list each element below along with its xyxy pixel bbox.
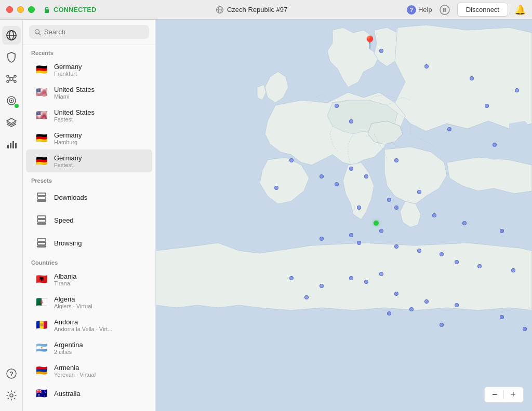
country-australia[interactable]: 🇦🇺 Australia [26,382,152,405]
preset-speed[interactable]: Speed [26,209,152,231]
svg-point-4 [440,5,449,15]
svg-rect-6 [445,8,446,12]
search-icon [34,29,41,36]
flag-germany-2: 🇩🇪 [34,131,49,145]
svg-point-11 [7,75,9,77]
flag-us-2: 🇺🇸 [34,108,49,122]
search-input-wrap[interactable] [29,25,149,39]
server-dot [387,311,391,316]
svg-point-14 [14,80,16,83]
country-name: Argentina [54,341,83,349]
maximize-button[interactable] [28,6,35,13]
recents-label: Recents [23,45,155,58]
recent-item-1[interactable]: 🇺🇸 United States Miami [26,81,152,104]
disconnect-button[interactable]: Disconnect [457,3,508,17]
svg-point-21 [10,100,12,102]
preset-speed-label: Speed [54,216,74,224]
svg-rect-38 [37,242,46,245]
server-dot [335,104,339,108]
nav-mesh-icon[interactable] [2,70,21,88]
connected-status: CONNECTED [43,6,96,13]
server-dot [349,167,353,171]
recent-item-2[interactable]: 🇺🇸 United States Fastest [26,104,152,127]
map-area[interactable]: 📍 − + [156,20,532,411]
country-armenia[interactable]: 🇦🇲 Armenia Yerevan · Virtual [26,359,152,382]
svg-rect-32 [37,197,46,199]
server-dot [462,221,467,225]
server-dot [304,295,309,299]
flag-andorra: 🇦🇩 [34,318,49,332]
search-container [23,20,155,45]
zoom-plus-button[interactable]: + [508,389,518,400]
sidebar: Recents 🇩🇪 Germany Frankfurt 🇺🇸 United S… [23,20,156,411]
country-sub: Yerevan · Virtual [54,372,96,378]
minimize-button[interactable] [17,6,24,13]
search-input[interactable] [44,28,144,36]
country-name: Algeria [54,295,92,303]
item-sub: Frankfurt [54,71,82,77]
server-dot [470,76,474,80]
svg-rect-0 [45,9,49,13]
close-button[interactable] [6,6,13,13]
nav-help-icon[interactable]: ? [2,364,21,383]
flag-albania: 🇦🇱 [34,272,49,286]
server-dot [289,276,294,280]
nav-target-icon[interactable] [2,91,21,110]
nav-stats-icon[interactable] [2,135,21,154]
svg-rect-22 [7,145,9,148]
server-dot [417,190,421,194]
country-name: Andorra [54,318,112,326]
notifications-icon[interactable]: 🔔 [514,4,526,16]
flag-algeria: 🇩🇿 [34,295,49,309]
server-dot [387,198,391,202]
recent-item-3[interactable]: 🇩🇪 Germany Hamburg [26,127,152,149]
nav-layers-icon[interactable] [2,113,21,132]
preset-browsing-icon [34,236,49,250]
item-name: Germany [54,63,82,71]
country-name: Australia [54,390,81,398]
zoom-minus-button[interactable]: − [490,389,500,400]
connected-label: CONNECTED [54,6,96,13]
server-dot [320,284,324,288]
location-pin: 📍 [362,35,378,50]
server-dot [379,229,383,233]
country-name: Albania [54,272,76,280]
server-dot [409,307,414,311]
server-dot [394,206,398,210]
flag-us-1: 🇺🇸 [34,85,49,100]
server-dot [394,292,398,296]
server-dot [485,104,489,108]
preset-downloads[interactable]: Downloads [26,186,152,209]
nav-shield-icon[interactable] [2,48,21,66]
pause-button[interactable] [438,4,451,16]
recent-item-4[interactable]: 🇩🇪 Germany Fastest [26,149,152,172]
nav-bottom-icons: ? [2,364,21,411]
svg-rect-34 [37,216,46,218]
svg-point-10 [10,77,13,80]
server-label: Czech Republic #97 [227,6,287,13]
country-albania[interactable]: 🇦🇱 Albania Tirana [26,268,152,291]
help-circle-icon: ? [407,5,416,15]
help-button[interactable]: ? Help [407,5,432,15]
server-dot [417,249,421,253]
server-dot [432,213,436,217]
preset-speed-icon [34,213,49,227]
server-dot [477,264,482,268]
server-info: Czech Republic #97 [216,6,287,14]
country-andorra[interactable]: 🇦🇩 Andorra Andorra la Vella · Virt... [26,313,152,336]
zoom-divider [503,391,504,399]
svg-point-28 [10,394,13,397]
server-dot [364,280,368,284]
recent-item-0[interactable]: 🇩🇪 Germany Frankfurt [26,58,152,81]
nav-settings-icon[interactable] [2,386,21,405]
nav-map-icon[interactable] [2,26,21,45]
server-dot [349,119,353,124]
country-algeria[interactable]: 🇩🇿 Algeria Algiers · Virtual [26,291,152,313]
preset-downloads-label: Downloads [54,194,87,201]
country-argentina[interactable]: 🇦🇷 Argentina 2 cities [26,336,152,359]
nav-icons: ? [0,20,23,411]
server-dot [357,241,361,245]
server-dot [500,315,504,319]
item-sub: Fastest [54,116,95,122]
preset-browsing[interactable]: Browsing [26,231,152,254]
